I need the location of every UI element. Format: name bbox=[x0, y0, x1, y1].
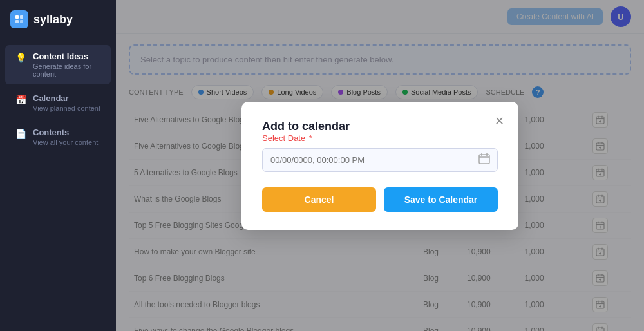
svg-rect-1 bbox=[20, 15, 23, 19]
contents-title: Contents bbox=[33, 128, 98, 137]
required-marker: * bbox=[309, 133, 312, 143]
contents-icon: 📄 bbox=[15, 129, 26, 139]
calendar-picker-icon[interactable] bbox=[478, 153, 490, 167]
sidebar-item-content-ideas[interactable]: 💡 Content Ideas Generate ideas for conte… bbox=[5, 45, 111, 84]
sidebar-nav: 💡 Content Ideas Generate ideas for conte… bbox=[0, 39, 116, 159]
sidebar-item-contents[interactable]: 📄 Contents View all your content bbox=[5, 121, 111, 153]
save-to-calendar-button[interactable]: Save to Calendar bbox=[384, 187, 498, 212]
calendar-title: Calendar bbox=[33, 93, 100, 103]
logo-icon bbox=[10, 10, 28, 28]
cancel-button[interactable]: Cancel bbox=[262, 187, 376, 212]
content-ideas-title: Content Ideas bbox=[33, 52, 100, 61]
date-input[interactable] bbox=[262, 148, 498, 172]
modal-title: Add to calendar bbox=[262, 120, 350, 133]
modal-actions: Cancel Save to Calendar bbox=[262, 187, 498, 212]
content-ideas-subtitle: Generate ideas for content bbox=[33, 62, 100, 78]
add-to-calendar-modal: Add to calendar ✕ Select Date * Cancel bbox=[242, 102, 518, 230]
modal-close-button[interactable]: ✕ bbox=[491, 113, 507, 129]
date-input-wrap bbox=[262, 148, 498, 172]
main-content: Create Content with AI U Select a topic … bbox=[116, 0, 644, 331]
modal-overlay: Add to calendar ✕ Select Date * Cancel bbox=[116, 0, 644, 331]
app-logo: syllaby bbox=[0, 0, 116, 39]
svg-rect-3 bbox=[20, 20, 23, 23]
svg-rect-13 bbox=[479, 155, 489, 164]
sidebar-item-calendar[interactable]: 📅 Calendar View planned content bbox=[5, 87, 111, 118]
content-ideas-icon: 💡 bbox=[15, 53, 26, 63]
svg-rect-0 bbox=[15, 15, 19, 19]
contents-subtitle: View all your content bbox=[33, 138, 98, 146]
sidebar: syllaby 💡 Content Ideas Generate ideas f… bbox=[0, 0, 116, 331]
select-date-label: Select Date * bbox=[262, 133, 498, 143]
svg-rect-2 bbox=[15, 20, 19, 23]
app-name: syllaby bbox=[33, 13, 73, 26]
calendar-subtitle: View planned content bbox=[33, 104, 100, 112]
calendar-icon: 📅 bbox=[15, 95, 26, 105]
